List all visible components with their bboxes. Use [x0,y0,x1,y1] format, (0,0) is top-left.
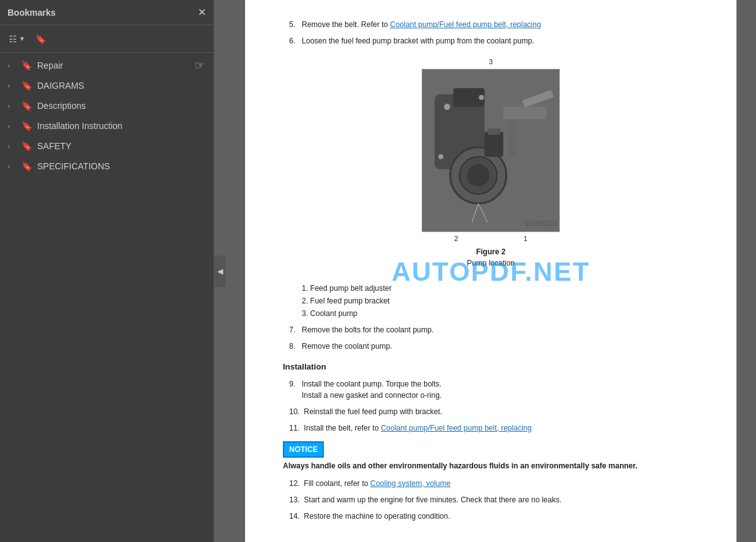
step-6-number: 6. [289,37,300,45]
collapse-arrow-icon: ◀ [217,267,223,276]
bookmark-page-icon: 🔖 [21,121,32,131]
step-6: 6. Loosen the fuel feed pump bracket wit… [283,35,699,47]
svg-point-10 [444,103,450,110]
list-icon: ☷ [9,34,17,44]
sidebar-item-label: Descriptions [37,101,206,111]
sidebar: Bookmarks ✕ ☷ ▼ 🔖 › 🔖 Repair ☞ › 🔖 DAIGR… [0,0,214,542]
svg-rect-15 [484,132,503,157]
list-item-num: 1. [302,284,308,293]
sidebar-item-installation[interactable]: › 🔖 Installation Instruction [0,116,214,136]
list-item: 1. Feed pump belt adjuster [302,283,699,294]
step-12-number: 12. [289,479,302,488]
step-13-text: Start and warm up the engine for five mi… [304,495,561,504]
installation-heading: Installation [283,361,699,373]
chevron-right-icon: › [8,62,16,69]
step-11-link[interactable]: Coolant pump/Fuel feed pump belt, replac… [381,424,531,432]
step-5: 5. Remove the belt. Refer to Coolant pum… [283,19,699,30]
sidebar-item-daigrams[interactable]: › 🔖 DAIGRAMS [0,76,214,96]
sidebar-item-label: SAFETY [37,141,206,151]
step-11-number: 11. [289,424,302,432]
list-item-text: Fuel feed pump bracket [310,296,389,305]
step-11: 11. Install the belt, refer to Coolant p… [283,422,699,434]
list-item-num: 3. [302,309,308,318]
dropdown-arrow-icon: ▼ [19,35,25,42]
cursor-icon: ☞ [195,59,205,72]
step-9b-text: Install a new gasket and connector o-rin… [302,391,442,400]
step-13-number: 13. [289,495,302,504]
bookmark-page-icon: 🔖 [21,101,32,111]
figure-id: V1039223 [525,218,557,229]
sidebar-item-label: Installation Instruction [37,121,206,131]
step-12-link[interactable]: Cooling system, volume [370,479,450,488]
svg-point-11 [479,94,484,99]
step-8-text: Remove the coolant pump. [302,342,392,351]
sidebar-item-label: DAIGRAMS [37,81,206,91]
sidebar-toolbar: ☷ ▼ 🔖 [0,25,214,53]
step-9a-text: Install the coolant pump. Torque the bol… [302,380,442,388]
bookmark-list: › 🔖 Repair ☞ › 🔖 DAIGRAMS › 🔖 Descriptio… [0,53,214,542]
sidebar-close-button[interactable]: ✕ [198,8,206,18]
chevron-right-icon: › [8,82,16,89]
engine-svg [422,69,559,232]
svg-rect-8 [510,119,516,156]
svg-point-6 [467,164,490,186]
list-view-button[interactable]: ☷ ▼ [6,33,28,45]
step-10-number: 10. [289,407,302,416]
sidebar-title: Bookmarks [8,8,55,18]
sidebar-item-repair[interactable]: › 🔖 Repair ☞ [0,55,214,76]
notice-text: Always handle oils and other environment… [283,460,699,471]
sidebar-item-label: Repair [37,60,206,71]
pdf-page: AUTOPDF.NET 5. Remove the belt. Refer to… [245,0,736,542]
figure-caption: Figure 2 [476,246,506,257]
step-14-text: Restore the machine to operating conditi… [304,512,450,521]
figure-label-top: 3 [489,57,493,67]
sidebar-header: Bookmarks ✕ [0,0,214,25]
chevron-right-icon: › [8,162,16,170]
notice-label: NOTICE [283,441,324,458]
figure-bottom-labels: 2 1 [421,234,560,244]
notice-container: NOTICE Always handle oils and other envi… [283,441,699,471]
step-7-number: 7. [289,325,300,334]
sidebar-item-specifications[interactable]: › 🔖 SPECIFICATIONS [0,156,214,176]
step-9: 9. Install the coolant pump. Torque the … [283,378,699,401]
bookmark-button[interactable]: 🔖 [33,33,49,45]
chevron-right-icon: › [8,102,16,110]
step-7-text: Remove the bolts for the coolant pump. [302,325,433,334]
sidebar-item-safety[interactable]: › 🔖 SAFETY [0,136,214,156]
chevron-right-icon: › [8,122,16,130]
step-11-text: Install the belt, refer to [304,424,381,432]
list-item: 2. Fuel feed pump bracket [302,295,699,307]
list-item: 3. Coolant pump [302,308,699,319]
step-5-link[interactable]: Coolant pump/Fuel feed pump belt, replac… [390,20,541,29]
chevron-right-icon: › [8,142,16,150]
step-12-text: Fill coolant, refer to [304,479,370,488]
sidebar-item-label: SPECIFICATIONS [37,161,206,171]
list-item-text: Feed pump belt adjuster [310,284,391,293]
step-14-number: 14. [289,512,302,521]
list-item-text: Coolant pump [310,309,357,318]
figure-label-1: 1 [524,234,527,244]
step-10: 10. Reinstall the fuel feed pump with br… [283,406,699,417]
bookmark-page-icon: 🔖 [21,60,32,71]
step-14: 14. Restore the machine to operating con… [283,511,699,522]
collapse-sidebar-button[interactable]: ◀ [214,256,226,287]
step-5-text: Remove the belt. Refer to [302,20,390,29]
svg-rect-16 [488,128,500,135]
step-10-text: Reinstall the fuel feed pump with bracke… [304,407,442,416]
figure-image: V1039223 [421,69,560,232]
figure-list: 1. Feed pump belt adjuster 2. Fuel feed … [283,283,699,319]
bookmark-page-icon: 🔖 [21,141,32,151]
bookmark-icon: 🔖 [35,34,46,44]
step-7: 7. Remove the bolts for the coolant pump… [283,324,699,336]
bookmark-page-icon: 🔖 [21,161,32,171]
step-12: 12. Fill coolant, refer to Cooling syste… [283,478,699,489]
figure-caption-sub: Pump location [467,257,515,269]
step-9-number: 9. [289,380,300,388]
main-content: ◀ AUTOPDF.NET 5. Remove the belt. Refer … [214,0,756,542]
sidebar-item-descriptions[interactable]: › 🔖 Descriptions [0,96,214,116]
figure-label-2: 2 [454,234,458,244]
svg-point-12 [438,154,444,159]
step-8: 8. Remove the coolant pump. [283,341,699,352]
step-6-text: Loosen the fuel feed pump bracket with p… [302,37,534,45]
list-item-num: 2. [302,296,308,305]
